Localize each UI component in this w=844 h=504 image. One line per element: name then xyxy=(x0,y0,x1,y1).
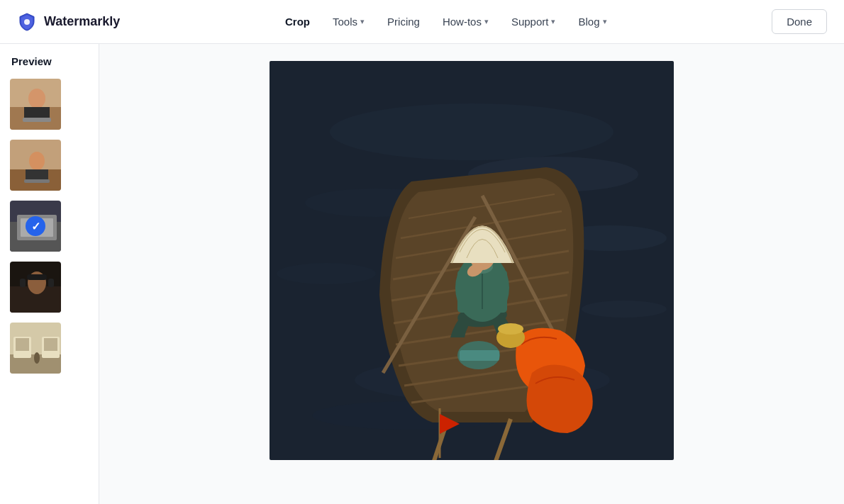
support-chevron-icon: ▾ xyxy=(551,17,555,26)
svg-point-60 xyxy=(498,323,523,335)
svg-point-28 xyxy=(34,352,40,364)
svg-point-8 xyxy=(29,152,45,170)
thumbnail-5[interactable] xyxy=(9,321,62,375)
nav-item-crop[interactable]: Crop xyxy=(275,11,320,32)
svg-rect-5 xyxy=(23,118,51,122)
thumbnail-2[interactable] xyxy=(9,138,62,192)
svg-point-0 xyxy=(24,19,30,25)
canvas-area xyxy=(99,44,844,504)
header: Watermarkly Crop Tools ▾ Pricing How-tos… xyxy=(0,0,844,44)
svg-point-34 xyxy=(277,263,376,284)
svg-rect-63 xyxy=(460,350,499,361)
main-image-container xyxy=(270,61,674,460)
thumb1-image xyxy=(10,79,62,131)
nav-item-pricing[interactable]: Pricing xyxy=(377,11,430,32)
logo-text: Watermarkly xyxy=(44,14,120,29)
svg-point-35 xyxy=(582,301,667,318)
svg-point-3 xyxy=(28,89,45,108)
logo[interactable]: Watermarkly xyxy=(17,12,120,32)
main-nav: Crop Tools ▾ Pricing How-tos ▾ Support ▾… xyxy=(275,11,616,32)
tools-chevron-icon: ▾ xyxy=(360,17,365,26)
main-content: Preview xyxy=(0,44,844,504)
svg-rect-27 xyxy=(44,338,57,351)
svg-rect-25 xyxy=(16,338,29,351)
logo-icon xyxy=(17,12,37,32)
svg-rect-21 xyxy=(48,279,54,287)
thumb2-image xyxy=(10,140,62,192)
svg-rect-19 xyxy=(27,274,47,280)
preview-label: Preview xyxy=(9,55,90,67)
sidebar: Preview xyxy=(0,44,99,504)
svg-rect-20 xyxy=(20,279,26,287)
thumbnail-4[interactable] xyxy=(9,260,62,314)
nav-item-howtos[interactable]: How-tos ▾ xyxy=(433,11,499,32)
thumbnail-list: ✓ xyxy=(9,77,90,375)
done-button[interactable]: Done xyxy=(772,9,827,34)
thumbnail-3[interactable]: ✓ xyxy=(9,199,62,253)
thumb4-image xyxy=(10,262,62,314)
check-badge: ✓ xyxy=(26,216,45,236)
thumbnail-1[interactable] xyxy=(9,77,62,131)
nav-item-blog[interactable]: Blog ▾ xyxy=(568,11,616,32)
svg-rect-10 xyxy=(24,179,50,183)
howtos-chevron-icon: ▾ xyxy=(484,17,489,26)
svg-point-30 xyxy=(330,103,613,160)
blog-chevron-icon: ▾ xyxy=(603,17,607,26)
thumb5-image xyxy=(10,323,62,375)
main-image xyxy=(270,61,674,460)
nav-item-support[interactable]: Support ▾ xyxy=(501,11,566,32)
nav-item-tools[interactable]: Tools ▾ xyxy=(323,11,374,32)
